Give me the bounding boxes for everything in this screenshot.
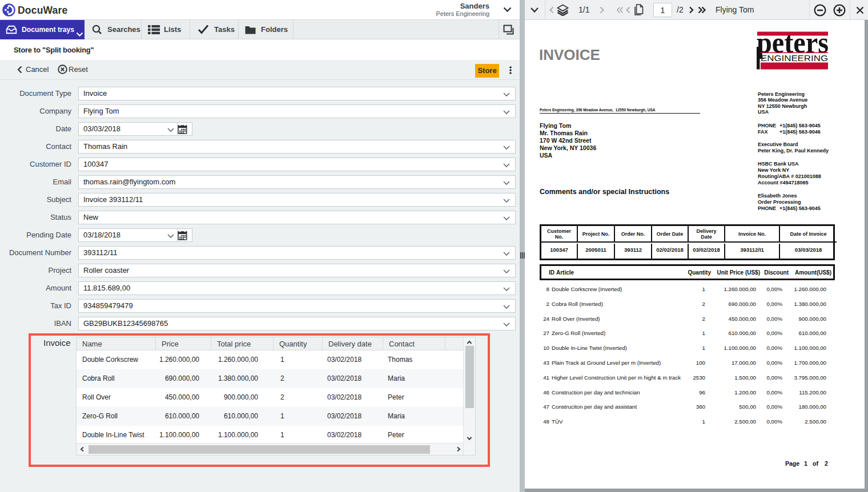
svg-text:ENGINEERING: ENGINEERING [761,53,828,63]
